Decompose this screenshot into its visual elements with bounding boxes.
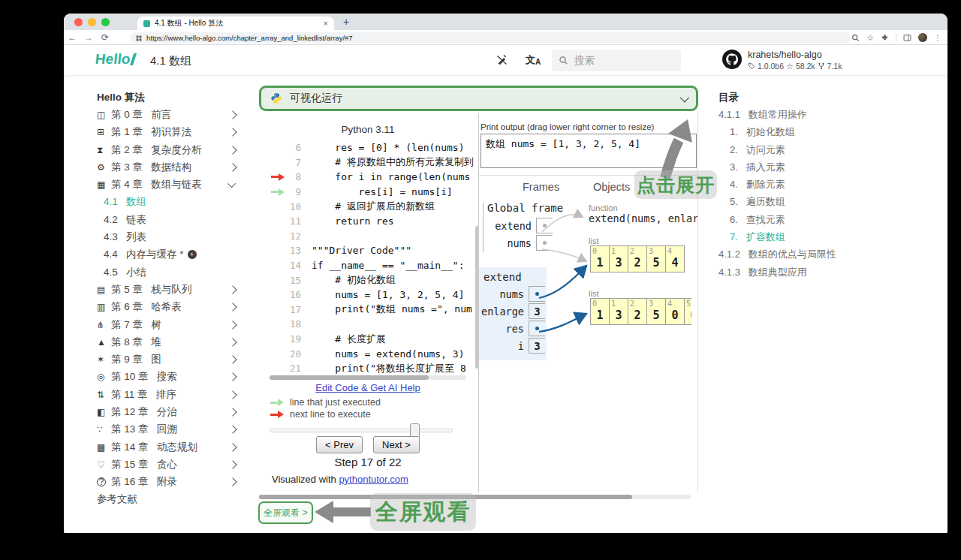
chevron-right-icon[interactable] xyxy=(228,303,236,312)
sidebar-chapter[interactable]: ◫第 0 章 前言 xyxy=(97,106,236,123)
close-window-button[interactable] xyxy=(74,18,83,26)
chevron-right-icon[interactable] xyxy=(228,390,236,399)
chevron-right-icon[interactable] xyxy=(228,163,236,171)
repo-meta: krahets/hello-algo 1.0.0b6 ☆ 58.2k 7.1k xyxy=(748,50,842,71)
maximize-window-button[interactable] xyxy=(101,18,110,26)
sidebar-chapter[interactable]: ◎第 10 章 搜索 xyxy=(97,369,236,386)
sidebar-chapter[interactable]: ◧第 12 章 分治 xyxy=(97,403,236,420)
toc-item[interactable]: 2. 访问元素 xyxy=(718,141,940,158)
var-value xyxy=(529,321,545,336)
chevron-right-icon[interactable] xyxy=(228,355,236,363)
sidebar-chapter[interactable]: ⇅第 11 章 排序 xyxy=(97,386,236,403)
code-text: # 返回扩展后的新数组 xyxy=(312,200,435,213)
back-icon[interactable]: ← xyxy=(64,32,80,43)
new-tab-button[interactable]: + xyxy=(343,16,349,28)
bookmark-star-icon[interactable]: ☆ xyxy=(866,34,874,42)
toc-item[interactable]: 1. 初始化数组 xyxy=(718,124,940,141)
edit-code-link[interactable]: Edit Code & Get AI Help xyxy=(259,382,477,393)
forward-icon[interactable]: → xyxy=(80,32,97,43)
github-repo-link[interactable]: krahets/hello-algo 1.0.0b6 ☆ 58.2k 7.1k xyxy=(722,50,842,71)
just-executed-arrow-icon xyxy=(271,188,285,196)
theme-toggle-icon[interactable] xyxy=(496,53,508,69)
sidebar-chapter[interactable]: ⧗第 2 章 复杂度分析 xyxy=(97,141,236,158)
toc-item[interactable]: 4.1.2 数组的优点与局限性 xyxy=(718,246,940,263)
chevron-right-icon[interactable] xyxy=(228,110,236,119)
url-bar[interactable]: https://www.hello-algo.com/chapter_array… xyxy=(130,32,851,44)
chevron-right-icon[interactable] xyxy=(228,321,236,329)
translate-icon[interactable]: 文A xyxy=(526,53,541,67)
sidebar-chapter[interactable]: ▤第 5 章 栈与队列 xyxy=(97,281,236,298)
chevron-right-icon[interactable] xyxy=(228,426,236,434)
next-button[interactable]: Next > xyxy=(373,436,420,453)
reload-icon[interactable]: ⟳ xyxy=(97,32,113,43)
code-line: 9 res[i] = nums[i] xyxy=(261,185,475,200)
sidebar-chapter[interactable]: ⋔第 7 章 树 xyxy=(97,316,236,333)
pythontutor-link[interactable]: pythontutor.com xyxy=(339,474,408,485)
side-panel-icon[interactable] xyxy=(903,34,911,42)
fullscreen-button[interactable]: 全屏观看 > xyxy=(258,501,313,524)
extensions-icon[interactable] xyxy=(881,34,889,42)
zoom-icon[interactable] xyxy=(851,34,860,42)
appendix-icon: ? xyxy=(97,477,111,487)
toc-item[interactable]: 4. 删除元素 xyxy=(718,176,940,193)
sidebar-item[interactable]: 4.3 列表 xyxy=(97,228,236,245)
sidebar-chapter[interactable]: ✶第 9 章 图 xyxy=(97,351,236,368)
search-box[interactable] xyxy=(552,50,681,71)
legend-just-executed: line that just executed xyxy=(270,397,381,408)
cell-index: 5 xyxy=(686,300,691,308)
hello-algo-logo[interactable]: Hello xyxy=(95,51,137,68)
chevron-right-icon[interactable] xyxy=(228,460,236,468)
toc-item[interactable]: 4.1.1 数组常用操作 xyxy=(718,106,940,123)
sidebar-chapter[interactable]: ▩第 14 章 动态规划 xyxy=(97,438,236,456)
chevron-right-icon[interactable] xyxy=(228,146,236,154)
chevron-right-icon[interactable] xyxy=(228,128,236,137)
browser-menu-icon[interactable]: ⋮ xyxy=(934,34,941,42)
hash-table-icon: ▥ xyxy=(97,302,111,312)
line-number: 9 xyxy=(285,186,301,197)
profile-avatar[interactable] xyxy=(918,33,927,42)
sidebar-item-references[interactable]: 参考文献 xyxy=(97,491,236,508)
sidebar-chapter[interactable]: ?第 16 章 附录 xyxy=(97,474,236,491)
star-icon: ☆ xyxy=(786,62,794,71)
chevron-right-icon[interactable] xyxy=(228,443,236,451)
chevron-right-icon[interactable] xyxy=(228,285,236,294)
sidebar-item[interactable]: 4.4 内存与缓存 *+ xyxy=(97,246,236,263)
toc-item[interactable]: 4.1.3 数组典型应用 xyxy=(718,263,940,281)
frame-var: nums xyxy=(479,234,557,251)
sidebar-chapter[interactable]: ∵第 13 章 回溯 xyxy=(97,421,236,438)
sidebar-chapter[interactable]: ⊞第 1 章 初识算法 xyxy=(97,124,236,141)
sidebar-chapter[interactable]: ▦第 4 章 数组与链表 xyxy=(97,176,236,193)
chevron-right-icon[interactable] xyxy=(228,373,236,381)
browser-tab[interactable]: 4.1 数组 - Hello 算法 × xyxy=(137,17,334,30)
close-tab-icon[interactable]: × xyxy=(324,19,328,28)
search-input[interactable] xyxy=(574,55,664,66)
visual-run-expander[interactable]: 可视化运行 xyxy=(259,86,698,111)
cell-value: 3 xyxy=(610,309,628,322)
sidebar-chapter[interactable]: ⚙第 3 章 数据结构 xyxy=(97,158,236,176)
sidebar-item[interactable]: 4.5 小结 xyxy=(97,263,236,281)
toc-item[interactable]: 5. 遍历数组 xyxy=(718,194,940,211)
chevron-down-icon[interactable] xyxy=(680,92,690,102)
site-info-icon[interactable] xyxy=(136,35,142,41)
code-horizontal-scrollbar[interactable] xyxy=(270,375,466,380)
scrollbar-thumb[interactable] xyxy=(270,375,429,380)
toc-item[interactable]: 3. 插入元素 xyxy=(718,158,940,176)
chevron-right-icon[interactable] xyxy=(228,408,236,416)
sidebar-chapter[interactable]: ♡第 15 章 贪心 xyxy=(97,456,236,473)
sidebar-chapter[interactable]: ▲第 8 章 堆 xyxy=(97,333,236,351)
list-cell: 22 xyxy=(628,298,647,325)
legend-next-line: next line to execute xyxy=(270,409,371,420)
step-slider[interactable] xyxy=(270,429,453,432)
sidebar-title[interactable]: Hello 算法 xyxy=(97,89,236,106)
toc-item[interactable]: 7. 扩容数组 xyxy=(718,228,940,245)
chevron-right-icon[interactable] xyxy=(228,338,236,346)
chevron-down-icon[interactable] xyxy=(227,179,236,188)
prev-button[interactable]: < Prev xyxy=(316,436,363,453)
sidebar-item[interactable]: 4.2 链表 xyxy=(97,211,236,228)
toc-item[interactable]: 6. 查找元素 xyxy=(718,211,940,228)
repo-forks: 7.1k xyxy=(827,62,842,71)
sidebar-chapter[interactable]: ▥第 6 章 哈希表 xyxy=(97,299,236,316)
minimize-window-button[interactable] xyxy=(88,18,96,26)
sidebar-item[interactable]: 4.1 数组 xyxy=(97,194,236,211)
chevron-right-icon[interactable] xyxy=(228,478,236,486)
